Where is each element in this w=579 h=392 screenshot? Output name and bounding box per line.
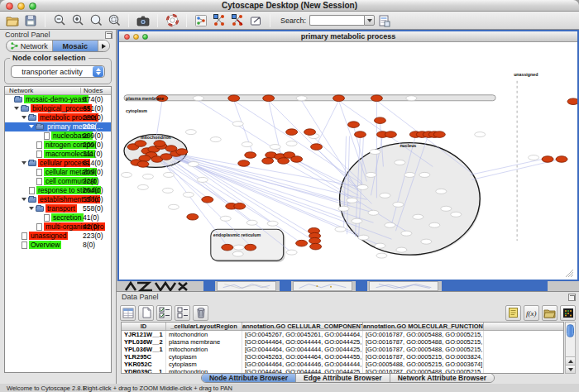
attribute-table-header[interactable]: ID_cellularLayoutRegionannotation.GO CEL… [122,323,563,331]
network-node-unselected[interactable] [421,239,432,244]
table-cell[interactable]: [GO:0044464, GO:0044444, GO:0044425, G..… [242,346,363,353]
network-node-selected[interactable] [245,152,256,159]
import-attributes-button[interactable] [542,305,557,321]
network-node-unselected[interactable] [233,245,244,250]
network-node-unselected[interactable] [267,221,278,226]
network-node-unselected[interactable] [210,137,221,142]
network-node-unselected[interactable] [395,160,405,165]
network-node-selected[interactable] [296,240,308,246]
network-node-selected[interactable] [309,237,321,244]
network-node-unselected[interactable] [142,174,153,179]
hide-selected-button[interactable] [229,12,246,29]
network-node-selected[interactable] [556,156,567,163]
network-node-selected[interactable] [291,156,303,163]
network-node-selected[interactable] [304,129,316,136]
table-cell[interactable]: [GO:0045263, GO:0044464, GO:0044455, G..… [242,353,363,361]
network-node-unselected[interactable] [162,188,173,193]
network-node-unselected[interactable] [419,172,430,177]
network-node-unselected[interactable] [380,193,390,198]
network-node-selected[interactable] [222,244,233,251]
table-cell[interactable]: YLR295C [122,353,166,361]
network-node-selected[interactable] [348,122,360,128]
help-lifesaver-button[interactable] [164,12,180,29]
table-row[interactable]: YKR052Ccytoplasm[GO:0044464, GO:0044446,… [122,361,563,368]
network-node-unselected[interactable] [197,177,208,182]
network-node-selected[interactable] [245,244,256,251]
tree-row[interactable]: macromolecule311(0) [5,150,111,159]
network-node-selected[interactable] [278,158,290,165]
network-node-unselected[interactable] [370,150,380,155]
open-session-button[interactable] [4,12,21,29]
tree-row[interactable]: multi-organism pro42(0) [5,222,111,232]
table-cell[interactable]: YPL036W__1 [122,346,166,353]
network-node-unselected[interactable] [183,192,194,197]
network-node-unselected[interactable] [185,130,196,135]
network-node-unselected[interactable] [232,251,243,256]
table-cell[interactable]: YPL036W__2 [122,338,166,346]
network-node-selected[interactable] [262,158,274,165]
select-first-neighbors-button[interactable] [211,12,227,29]
tree-row[interactable]: cell communicat22(0) [5,177,111,186]
attribute-import-button[interactable] [376,12,392,29]
tree-row[interactable]: mosaic-demo-yeast874(0) [5,95,111,104]
network-node-unselected[interactable] [401,231,412,236]
table-row[interactable]: YLR295Ccytoplasm[GO:0045263, GO:0044464,… [122,353,563,361]
tab-mosaic[interactable]: Mosaic [53,41,99,51]
network-node-selected[interactable] [135,141,146,147]
network-node-unselected[interactable] [385,222,395,227]
network-node-selected[interactable] [371,95,382,102]
tree-col-separator[interactable] [80,88,81,93]
network-node-unselected[interactable] [338,206,349,211]
network-node-unselected[interactable] [286,141,297,146]
tree-row[interactable]: nitrogen compo209(0) [5,141,111,150]
network-node-selected[interactable] [374,117,385,124]
network-node-selected[interactable] [542,156,553,163]
table-cell[interactable]: YKR052C [122,361,166,368]
zoom-out-button[interactable] [51,12,68,29]
network-node-selected[interactable] [154,141,165,147]
network-node-unselected[interactable] [429,222,440,227]
network-node-selected[interactable] [333,95,345,102]
float-panel-icon[interactable] [105,31,112,39]
tree-row[interactable]: response to stimulu264(0) [5,186,111,195]
table-row[interactable]: YPL036W__1mitochondrion[GO:0044464, GO:0… [122,346,563,353]
network-node-unselected[interactable] [358,235,369,240]
network-node-unselected[interactable] [193,96,203,101]
network-node-selected[interactable] [286,129,298,136]
network-node-unselected[interactable] [137,184,148,189]
select-attributes-button[interactable] [120,305,136,321]
network-node-unselected[interactable] [242,142,252,147]
disclosure-triangle-icon[interactable] [22,198,26,201]
search-dropdown-button[interactable] [364,15,375,26]
disclosure-triangle-icon[interactable] [29,207,34,210]
network-node-unselected[interactable] [404,172,415,177]
disclosure-triangle-icon[interactable] [22,116,26,119]
zoom-in-button[interactable] [69,12,86,29]
tree-row[interactable]: secretion41(0) [5,213,111,222]
network-node-unselected[interactable] [451,212,462,217]
network-node-unselected[interactable] [232,122,243,127]
table-scrollbar[interactable] [565,322,576,374]
save-session-button[interactable] [22,12,39,29]
scrollbar-thumb[interactable] [567,324,574,337]
network-node-unselected[interactable] [375,243,385,248]
tree-row[interactable]: biological_process651(0) [5,104,111,113]
table-column-header[interactable]: annotation.GO CELLULAR_COMPONENT [242,323,363,330]
network-node-selected[interactable] [202,197,213,203]
network-node-unselected[interactable] [475,132,486,137]
search-input[interactable] [309,15,364,26]
table-cell[interactable]: [GO:0005488, GO:0005215, GO:0003674] [363,361,484,368]
annotation-box-button[interactable] [247,12,264,29]
network-tree-header[interactable]: Network Nodes [5,87,111,95]
network-node-unselected[interactable] [188,161,199,166]
function-builder-button[interactable]: f(x) [524,305,539,321]
snapshot-camera-button[interactable] [135,12,151,29]
network-node-selected[interactable] [187,213,199,220]
network-node-selected[interactable] [137,161,149,168]
zoom-selected-region-button[interactable] [106,12,122,29]
tree-row[interactable]: Overview8(0) [5,241,111,250]
network-node-selected[interactable] [234,203,246,210]
network-node-selected[interactable] [176,149,188,155]
create-attribute-button[interactable] [138,305,154,321]
zoom-fit-button[interactable] [88,12,104,29]
